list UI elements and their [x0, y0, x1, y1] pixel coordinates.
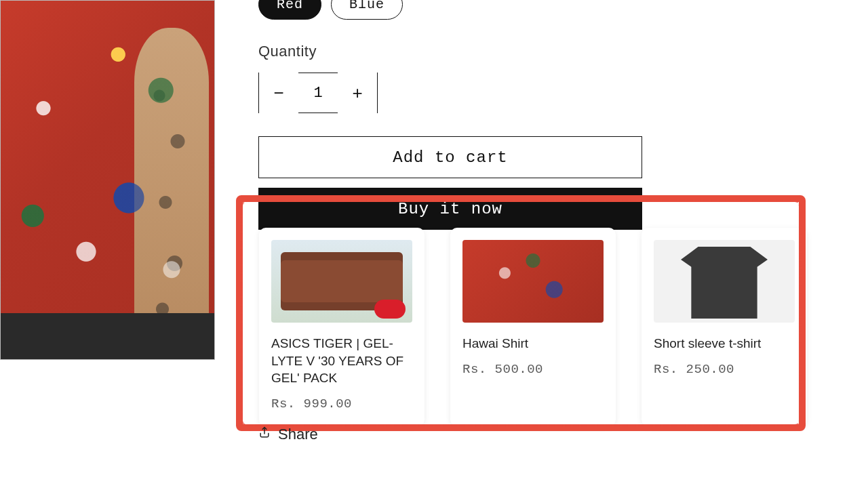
recommendation-thumb	[654, 240, 795, 323]
recommendation-thumb	[462, 240, 604, 323]
product-main-image	[0, 0, 215, 360]
recommendation-price: Rs. 250.00	[654, 362, 795, 377]
recommendation-card[interactable]: Short sleeve t-shirt Rs. 250.00	[642, 228, 807, 426]
variant-selector: Red Blue	[258, 0, 866, 20]
recommendation-card[interactable]: Hawai Shirt Rs. 500.00	[450, 228, 616, 426]
recommendations-strip: ASICS TIGER | GEL-LYTE V '30 YEARS OF GE…	[236, 195, 806, 431]
quantity-value: 1	[298, 85, 338, 102]
recommendation-title: Hawai Shirt	[462, 335, 604, 352]
quantity-decrement-button[interactable]: −	[259, 73, 298, 113]
variant-option-red[interactable]: Red	[258, 0, 321, 20]
recommendation-thumb	[271, 240, 412, 323]
quantity-increment-button[interactable]: +	[338, 73, 377, 113]
share-icon	[258, 426, 271, 443]
variant-option-blue[interactable]: Blue	[331, 0, 403, 20]
recommendation-title: Short sleeve t-shirt	[654, 335, 795, 352]
product-image-decor	[134, 28, 209, 346]
recommendation-card[interactable]: ASICS TIGER | GEL-LYTE V '30 YEARS OF GE…	[259, 228, 425, 426]
recommendation-price: Rs. 999.00	[271, 396, 412, 411]
recommendation-price: Rs. 500.00	[462, 362, 604, 377]
recommendation-title: ASICS TIGER | GEL-LYTE V '30 YEARS OF GE…	[271, 335, 412, 387]
quantity-stepper: − 1 +	[258, 73, 378, 113]
quantity-label: Quantity	[258, 43, 866, 60]
product-image-decor	[1, 313, 214, 359]
add-to-cart-button[interactable]: Add to cart	[258, 136, 642, 178]
share-label: Share	[278, 426, 318, 443]
share-button[interactable]: Share	[258, 426, 318, 443]
